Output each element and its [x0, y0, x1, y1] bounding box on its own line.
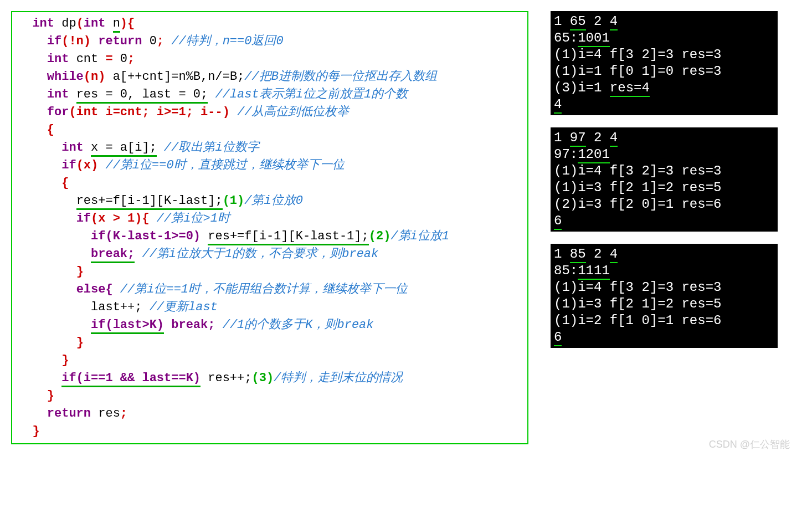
terminal-line: (1)i=4 f[3 2]=3 res=3 — [554, 163, 721, 178]
terminal-line: (3)i=1 res=4 — [554, 80, 650, 97]
terminal-line: 4 — [554, 97, 562, 114]
terminal-line: (2)i=3 f[2 0]=1 res=6 — [554, 197, 721, 212]
terminal-1: 1 97 2 4 97:1201 (1)i=4 f[3 2]=3 res=3 (… — [551, 127, 778, 232]
terminal-line: 1 85 2 4 — [554, 247, 618, 263]
terminal-line: (1)i=4 f[3 2]=3 res=3 — [554, 280, 721, 295]
terminal-line: (1)i=4 f[3 2]=3 res=3 — [554, 47, 721, 62]
kw-int: int — [32, 17, 54, 30]
watermark: CSDN @仁公智能 — [709, 438, 790, 451]
terminal-line: (1)i=2 f[1 0]=1 res=6 — [554, 313, 721, 328]
terminal-line: 6 — [554, 330, 562, 346]
terminal-line: (1)i=1 f[0 1]=0 res=3 — [554, 64, 721, 79]
terminal-line: 1 65 2 4 — [554, 14, 618, 30]
terminal-line: (1)i=3 f[2 1]=2 res=5 — [554, 180, 721, 195]
terminal-line: 6 — [554, 213, 562, 230]
terminal-line: (1)i=3 f[2 1]=2 res=5 — [554, 296, 721, 311]
terminal-line: 97:1201 — [554, 147, 610, 163]
terminal-column: 1 65 2 4 65:1001 (1)i=4 f[3 2]=3 res=3 (… — [551, 11, 778, 348]
code-block: int dp(int n){ if(!n) return 0; //特判，n==… — [11, 11, 528, 444]
terminal-line: 65:1001 — [554, 30, 610, 47]
terminal-line: 85:1111 — [554, 263, 610, 280]
terminal-0: 1 65 2 4 65:1001 (1)i=4 f[3 2]=3 res=3 (… — [551, 11, 778, 115]
terminal-line: 1 97 2 4 — [554, 130, 618, 147]
terminal-2: 1 85 2 4 85:1111 (1)i=4 f[3 2]=3 res=3 (… — [551, 244, 778, 348]
